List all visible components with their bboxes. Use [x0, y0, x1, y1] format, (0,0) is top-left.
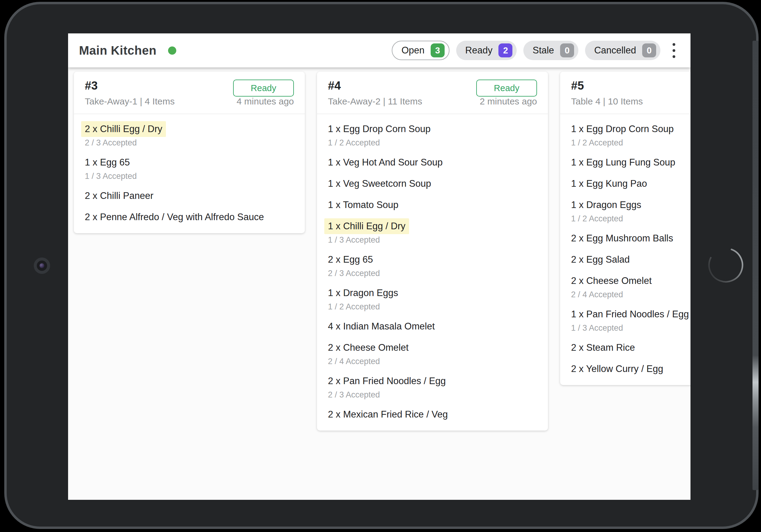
item-accepted-count: 2 / 3 Accepted: [85, 137, 294, 148]
item-accepted-count: 1 / 3 Accepted: [328, 235, 537, 245]
order-item[interactable]: 1 x Veg Sweetcorn Soup: [328, 177, 537, 191]
item-name: 2 x Penne Alfredo / Veg with Alfredo Sau…: [85, 210, 264, 224]
order-meta: Table 4 | 10 Items: [571, 95, 643, 107]
filter-count-badge: 0: [642, 43, 656, 57]
order-item[interactable]: 1 x Tomato Soup: [328, 198, 537, 212]
order-meta-row: Table 4 | 10 Items: [571, 95, 690, 114]
item-name: 2 x Chilli Paneer: [85, 189, 153, 203]
order-time: 4 minutes ago: [237, 95, 294, 107]
item-accepted-count: 1 / 2 Accepted: [328, 137, 537, 148]
ready-status-button[interactable]: Ready: [476, 80, 537, 97]
order-item[interactable]: 1 x Veg Hot And Sour Soup: [328, 155, 537, 170]
order-card-header: #4 Ready Take-Away-2 | 11 Items 2 minute…: [317, 72, 548, 114]
order-item[interactable]: 2 x Egg 65 2 / 3 Accepted: [328, 253, 537, 279]
order-item[interactable]: 2 x Cheese Omelet 2 / 4 Accepted: [571, 274, 690, 300]
item-accepted-count: 2 / 4 Accepted: [328, 356, 537, 367]
filter-label: Open: [401, 45, 425, 56]
item-name: 1 x Chilli Egg / Dry: [324, 218, 409, 234]
app-header: Main Kitchen Open 3 Ready 2 Stale 0 Canc…: [68, 33, 690, 68]
order-meta-row: Take-Away-1 | 4 Items 4 minutes ago: [85, 95, 294, 114]
order-item[interactable]: 1 x Chilli Egg / Dry 1 / 3 Accepted: [328, 219, 537, 245]
filter-button-stale[interactable]: Stale 0: [523, 41, 578, 60]
order-item[interactable]: 1 x Egg Lung Fung Soup: [571, 155, 690, 170]
app-screen: Main Kitchen Open 3 Ready 2 Stale 0 Canc…: [68, 33, 690, 500]
item-accepted-count: 1 / 3 Accepted: [571, 323, 690, 333]
item-name: 1 x Pan Fried Noodles / Egg: [571, 307, 689, 321]
order-item[interactable]: 2 x Pan Fried Noodles / Egg 2 / 3 Accept…: [328, 374, 537, 400]
order-card-5[interactable]: #5 Table 4 | 10 Items 1 x Egg Drop Corn …: [560, 72, 690, 385]
order-item[interactable]: 2 x Chilli Paneer: [85, 189, 294, 203]
filter-label: Ready: [465, 45, 493, 56]
camera-lens: [39, 263, 44, 268]
item-name: 1 x Egg Kung Pao: [571, 177, 647, 191]
ready-status-button[interactable]: Ready: [233, 80, 294, 97]
filter-group: Open 3 Ready 2 Stale 0 Cancelled 0: [392, 41, 660, 60]
order-item[interactable]: 1 x Egg Drop Corn Soup 1 / 2 Accepted: [328, 122, 537, 148]
bezel-ring-decoration: [704, 244, 747, 286]
order-meta-row: Take-Away-2 | 11 Items 2 minutes ago: [328, 95, 537, 114]
order-items: 1 x Egg Drop Corn Soup 1 / 2 Accepted 1 …: [560, 114, 690, 385]
order-item[interactable]: 1 x Dragon Eggs 1 / 2 Accepted: [571, 198, 690, 224]
filter-button-cancelled[interactable]: Cancelled 0: [585, 41, 660, 60]
item-name: 1 x Tomato Soup: [328, 198, 398, 212]
item-name: 1 x Egg Drop Corn Soup: [328, 122, 431, 136]
filter-button-ready[interactable]: Ready 2: [456, 41, 517, 60]
item-name: 1 x Egg Lung Fung Soup: [571, 155, 675, 170]
order-item[interactable]: 2 x Egg Salad: [571, 253, 690, 267]
item-accepted-count: 1 / 2 Accepted: [571, 213, 690, 224]
item-name: 1 x Veg Hot And Sour Soup: [328, 155, 442, 170]
camera-ring: [37, 260, 47, 271]
filter-label: Cancelled: [594, 45, 636, 56]
order-item[interactable]: 2 x Egg Mushroom Balls: [571, 231, 690, 245]
item-accepted-count: 1 / 2 Accepted: [328, 301, 537, 312]
filter-count-badge: 2: [498, 43, 512, 57]
filter-label: Stale: [532, 45, 554, 56]
item-name: 4 x Indian Masala Omelet: [328, 319, 435, 333]
item-accepted-count: 2 / 4 Accepted: [571, 289, 690, 300]
item-name: 1 x Egg 65: [85, 155, 130, 170]
front-camera-icon: [34, 257, 50, 274]
tablet-edge-highlight: [752, 41, 759, 490]
order-item[interactable]: 4 x Indian Masala Omelet: [328, 319, 537, 333]
order-card-4[interactable]: #4 Ready Take-Away-2 | 11 Items 2 minute…: [317, 72, 548, 431]
item-name: 1 x Dragon Eggs: [328, 286, 398, 300]
order-item[interactable]: 2 x Yellow Curry / Egg: [571, 362, 690, 376]
order-item[interactable]: 1 x Dragon Eggs 1 / 2 Accepted: [328, 286, 537, 312]
order-items: 1 x Egg Drop Corn Soup 1 / 2 Accepted 1 …: [317, 114, 548, 431]
filter-count-badge: 0: [560, 43, 574, 57]
item-name: 2 x Mexican Fried Rice / Veg: [328, 407, 448, 421]
order-card-header: #5 Table 4 | 10 Items: [560, 72, 690, 114]
item-name: 2 x Cheese Omelet: [571, 274, 652, 288]
item-name: 2 x Pan Fried Noodles / Egg: [328, 374, 446, 388]
item-name: 2 x Cheese Omelet: [328, 341, 408, 355]
order-item[interactable]: 1 x Egg Kung Pao: [571, 177, 690, 191]
item-name: 1 x Dragon Eggs: [571, 198, 641, 212]
page-title: Main Kitchen: [79, 44, 156, 57]
order-item[interactable]: 2 x Chilli Egg / Dry 2 / 3 Accepted: [85, 122, 294, 148]
kebab-menu-icon[interactable]: [671, 41, 677, 60]
item-name: 1 x Egg Drop Corn Soup: [571, 122, 674, 136]
orders-board: #3 Ready Take-Away-1 | 4 Items 4 minutes…: [68, 68, 690, 431]
order-item[interactable]: 2 x Cheese Omelet 2 / 4 Accepted: [328, 341, 537, 367]
order-item[interactable]: 2 x Steam Rice: [571, 341, 690, 355]
item-accepted-count: 2 / 3 Accepted: [328, 268, 537, 279]
order-item[interactable]: 1 x Egg 65 1 / 3 Accepted: [85, 155, 294, 182]
item-name: 2 x Egg Salad: [571, 253, 630, 267]
order-item[interactable]: 1 x Pan Fried Noodles / Egg 1 / 3 Accept…: [571, 307, 690, 333]
tablet-bezel: Main Kitchen Open 3 Ready 2 Stale 0 Canc…: [4, 2, 759, 529]
order-id: #5: [571, 79, 690, 92]
order-card-header: #3 Ready Take-Away-1 | 4 Items 4 minutes…: [74, 72, 305, 114]
filter-count-badge: 3: [431, 43, 444, 57]
item-name: 1 x Veg Sweetcorn Soup: [328, 177, 431, 191]
item-accepted-count: 1 / 3 Accepted: [85, 171, 294, 182]
order-card-3[interactable]: #3 Ready Take-Away-1 | 4 Items 4 minutes…: [74, 72, 305, 233]
order-item[interactable]: 2 x Penne Alfredo / Veg with Alfredo Sau…: [85, 210, 294, 224]
order-item[interactable]: 2 x Mexican Fried Rice / Veg: [328, 407, 537, 421]
item-name: 2 x Egg Mushroom Balls: [571, 231, 673, 245]
order-item[interactable]: 1 x Egg Drop Corn Soup 1 / 2 Accepted: [571, 122, 690, 148]
item-name: 2 x Egg 65: [328, 253, 373, 267]
filter-button-open[interactable]: Open 3: [392, 41, 449, 60]
item-name: 2 x Yellow Curry / Egg: [571, 362, 663, 376]
order-meta: Take-Away-1 | 4 Items: [85, 95, 175, 107]
item-name: 2 x Steam Rice: [571, 341, 635, 355]
